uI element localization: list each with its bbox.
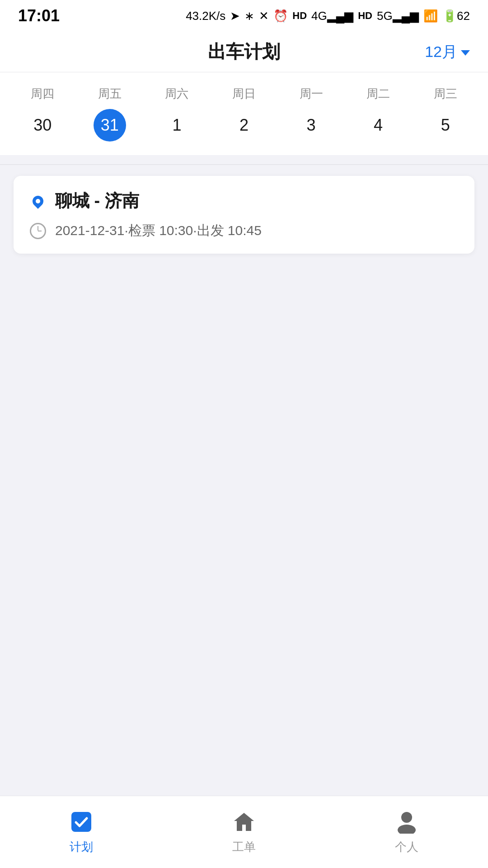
nav-label-person: 个人	[395, 839, 418, 855]
month-selector[interactable]: 12月	[425, 42, 470, 62]
month-label: 12月	[425, 42, 457, 62]
week-calendar: 周四30周五31周六1周日2周一3周二4周三5	[0, 72, 488, 155]
battery-icon: 🔋62	[442, 9, 470, 23]
trip-card[interactable]: 聊城 - 济南 2021-12-31·检票 10:30·出发 10:45	[14, 176, 474, 254]
nav-label-orders: 工单	[232, 839, 256, 855]
hd2-icon: HD	[358, 10, 372, 22]
plan-icon	[69, 809, 94, 835]
trip-route-text: 聊城 - 济南	[55, 189, 139, 212]
bottom-navigation: 计划 工单 个人	[0, 796, 488, 868]
signal-icon: ✕	[259, 9, 269, 23]
clock-icon	[30, 223, 46, 239]
page-title: 出车计划	[208, 39, 280, 64]
day-number: 30	[26, 109, 59, 142]
trip-time-text: 2021-12-31·检票 10:30·出发 10:45	[55, 222, 262, 240]
day-label: 周二	[366, 86, 390, 102]
day-label: 周五	[98, 86, 122, 102]
location-icon: ➤	[230, 9, 240, 23]
day-label: 周三	[434, 86, 457, 102]
bluetooth-icon: ∗	[244, 9, 254, 23]
hd-icon: HD	[292, 10, 307, 22]
day-label: 周六	[165, 86, 188, 102]
network-speed: 43.2K/s	[186, 9, 225, 23]
day-number: 5	[429, 109, 462, 142]
svg-point-3	[398, 825, 416, 834]
header: 出车计划 12月	[0, 32, 488, 72]
calendar-day-item[interactable]: 周六1	[150, 86, 204, 142]
calendar-day-item[interactable]: 周一3	[284, 86, 338, 142]
day-label: 周四	[31, 86, 54, 102]
nav-item-plan[interactable]: 计划	[0, 809, 163, 855]
plan-icon	[70, 810, 93, 834]
person-icon	[394, 809, 419, 835]
day-label: 周一	[300, 86, 323, 102]
location-pin-icon	[30, 193, 46, 209]
svg-rect-0	[71, 812, 91, 832]
chevron-down-icon	[461, 50, 470, 56]
orders-icon	[231, 809, 257, 835]
calendar-day-item[interactable]: 周日2	[217, 86, 271, 142]
calendar-day-item[interactable]: 周三5	[418, 86, 473, 142]
day-number: 4	[362, 109, 394, 142]
5g-signal-icon: 5G▂▄▆	[377, 9, 419, 23]
status-bar: 17:01 43.2K/s ➤ ∗ ✕ ⏰ HD 4G▂▄▆ HD 5G▂▄▆ …	[0, 0, 488, 32]
day-label: 周日	[232, 86, 256, 102]
alarm-icon: ⏰	[273, 9, 288, 23]
trip-details: 2021-12-31·检票 10:30·出发 10:45	[30, 222, 458, 240]
home-icon	[232, 810, 256, 834]
trip-route: 聊城 - 济南	[30, 189, 458, 212]
svg-marker-1	[234, 813, 254, 831]
content-area: 聊城 - 济南 2021-12-31·检票 10:30·出发 10:45	[0, 165, 488, 264]
person-icon	[395, 810, 418, 834]
day-number: 2	[228, 109, 260, 142]
4g-signal-icon: 4G▂▄▆	[311, 9, 353, 23]
svg-point-2	[401, 812, 412, 823]
day-number: 3	[295, 109, 328, 142]
status-icons: 43.2K/s ➤ ∗ ✕ ⏰ HD 4G▂▄▆ HD 5G▂▄▆ 📶 🔋62	[186, 9, 470, 23]
calendar-day-item[interactable]: 周二4	[351, 86, 405, 142]
nav-label-plan: 计划	[70, 839, 93, 855]
calendar-day-item[interactable]: 周四30	[15, 86, 70, 142]
nav-item-orders[interactable]: 工单	[163, 809, 325, 855]
nav-item-person[interactable]: 个人	[325, 809, 488, 855]
wifi-icon: 📶	[423, 9, 438, 23]
day-number: 1	[160, 109, 193, 142]
calendar-day-item[interactable]: 周五31	[83, 86, 137, 142]
status-time: 17:01	[18, 6, 60, 25]
day-number: 31	[94, 109, 126, 142]
